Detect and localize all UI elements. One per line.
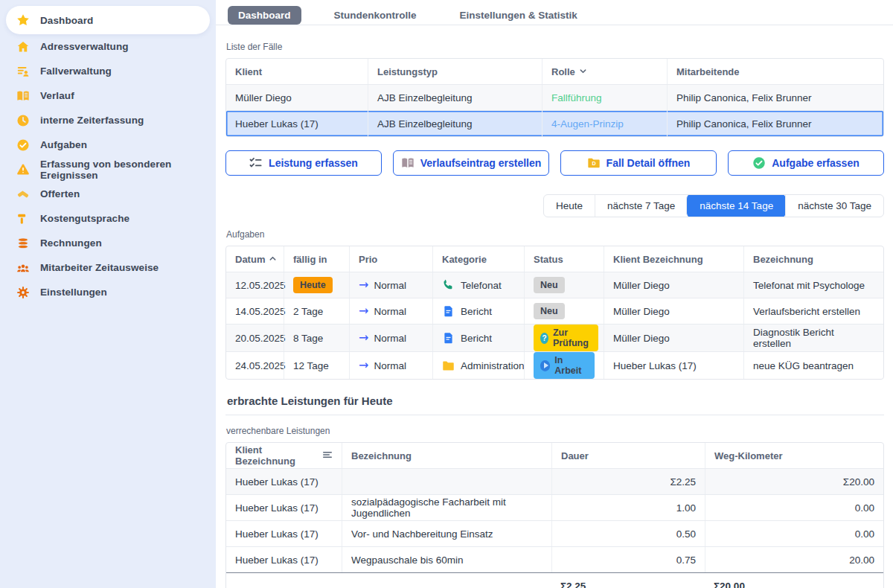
services-totals-row: Σ2.25 Σ20.00: [226, 572, 883, 588]
sidebar-item-dashboard[interactable]: Dashboard: [6, 6, 210, 34]
service-row-summary[interactable]: Hueber Lukas (17) Σ2.25 Σ20.00: [226, 468, 883, 494]
home-icon: [16, 40, 30, 54]
document-icon: [442, 305, 455, 318]
sidebar-item-fallverwaltung[interactable]: Fallverwaltung: [6, 59, 210, 83]
column-header-mitarbeitende: Mitarbeitende: [667, 59, 883, 84]
cases-table: Klient Leistungstyp Rolle Mitarbeitende …: [225, 58, 884, 137]
sidebar-item-interne-zeiterfassung[interactable]: interne Zeiterfassung: [6, 108, 210, 132]
task-bezeichnung: Diagnostik Bericht erstellen: [743, 325, 883, 351]
sidebar-item-offerten[interactable]: Offerten: [6, 182, 210, 206]
segment-naechste-30-tage[interactable]: nächste 30 Tage: [785, 195, 883, 217]
sidebar-item-besondere-ereignisse[interactable]: Erfassung von besonderen Ereignissen: [6, 157, 210, 182]
column-header-klient-bezeichnung[interactable]: Klient Bezeichnung: [226, 443, 342, 468]
segment-naechste-14-tage[interactable]: nächste 14 Tage: [686, 194, 786, 217]
document-icon: [442, 332, 455, 345]
column-header-faellig-in: fällig in: [284, 246, 349, 272]
arrow-right-icon: →: [359, 332, 368, 344]
leistung-erfassen-button[interactable]: Leistung erfassen: [225, 150, 382, 176]
sidebar-item-label: interne Zeiterfassung: [40, 115, 144, 126]
sidebar-item-adressverwaltung[interactable]: Adressverwaltung: [6, 34, 210, 59]
tab-einstellungen-statistik[interactable]: Einstellungen & Statistik: [449, 6, 588, 25]
service-row[interactable]: Hueber Lukas (17) Wegpauschale bis 60min…: [226, 546, 883, 572]
case-row[interactable]: Müller Diego AJB Einzelbegleitung Fallfü…: [226, 84, 883, 110]
status-badge: In Arbeit: [534, 352, 595, 379]
task-kategorie: Bericht: [461, 306, 492, 317]
case-list-icon: [16, 65, 30, 78]
total-weg: Σ20.00: [705, 573, 883, 588]
sidebar-item-label: Aufgaben: [40, 139, 87, 150]
main-content: Dashboard Stundenkontrolle Einstellungen…: [216, 0, 893, 588]
task-row[interactable]: 12.05.2025 Heute →Normal Telefonat Neu M…: [226, 272, 883, 298]
case-klient: Müller Diego: [226, 85, 368, 110]
task-row[interactable]: 20.05.2025 8 Tage →Normal Bericht ?Zur P…: [226, 324, 883, 351]
sidebar-item-label: Einstellungen: [40, 287, 107, 298]
task-faellig: 8 Tage: [284, 325, 349, 351]
task-prio: Normal: [374, 280, 406, 291]
task-row[interactable]: 14.05.2025 2 Tage →Normal Bericht Neu Mü…: [226, 298, 883, 324]
task-prio: Normal: [374, 360, 406, 371]
sidebar-item-label: Rechnungen: [40, 237, 102, 249]
case-mitarbeitende: Philip Canonica, Felix Brunner: [667, 85, 883, 110]
aufgabe-erfassen-button[interactable]: Aufgabe erfassen: [728, 150, 884, 176]
segment-heute[interactable]: Heute: [544, 195, 595, 217]
task-row[interactable]: 24.05.2025 12 Tage →Normal Administratio…: [226, 351, 883, 379]
fall-detail-oeffnen-button[interactable]: D Fall Detail öffnen: [560, 150, 717, 176]
column-header-bezeichnung: Bezeichnung: [743, 246, 883, 272]
service-bezeichnung: Vor- und Nachbereitung Einsatz: [342, 521, 551, 546]
case-klient: Hueber Lukas (17): [226, 111, 368, 136]
column-header-rolle[interactable]: Rolle: [542, 59, 667, 84]
service-dauer: Σ2.25: [551, 469, 705, 494]
services-section-label: verrechenbare Leistungen: [226, 426, 884, 436]
sidebar-item-einstellungen[interactable]: Einstellungen: [6, 280, 210, 304]
task-prio: Normal: [374, 333, 406, 344]
svg-text:D: D: [592, 160, 595, 167]
sidebar-item-rechnungen[interactable]: Rechnungen: [6, 231, 210, 255]
status-badge: Neu: [534, 277, 565, 293]
arrow-right-icon: →: [359, 305, 368, 317]
service-dauer: 1.00: [551, 495, 705, 520]
folder-icon: [442, 359, 455, 372]
tasks-table: Datum fällig in Prio Kategorie Status Kl…: [225, 246, 884, 380]
task-kategorie: Administration: [461, 360, 525, 371]
service-bezeichnung: [342, 469, 551, 494]
sidebar-item-mitarbeiter-zeitausweise[interactable]: Mitarbeiter Zeitausweise: [6, 255, 210, 280]
sidebar-item-label: Kostengutsprache: [40, 213, 129, 224]
column-header-klient-bezeichnung: Klient Bezeichnung: [604, 246, 743, 272]
task-klient: Hueber Lukas (17): [604, 352, 743, 379]
cases-section-label: Liste der Fälle: [226, 42, 884, 52]
arrow-right-icon: →: [359, 279, 368, 291]
question-icon: ?: [540, 333, 548, 344]
service-klient: Hueber Lukas (17): [226, 521, 342, 546]
case-leistungstyp: AJB Einzelbegleitung: [368, 85, 542, 110]
chevron-up-icon: [269, 254, 277, 265]
warning-triangle-icon: [16, 163, 30, 176]
task-kategorie: Telefonat: [461, 280, 502, 291]
service-dauer: 0.75: [551, 547, 705, 572]
sidebar-item-kostengutsprache[interactable]: Kostengutsprache: [6, 206, 210, 231]
service-row[interactable]: Hueber Lukas (17) sozialpädagogische Fac…: [226, 494, 883, 520]
column-header-datum[interactable]: Datum: [226, 246, 284, 272]
segment-naechste-7-tage[interactable]: nächste 7 Tage: [595, 195, 687, 217]
tasks-table-header: Datum fällig in Prio Kategorie Status Kl…: [226, 246, 883, 272]
tab-bar: Dashboard Stundenkontrolle Einstellungen…: [216, 0, 893, 25]
handshake-icon: [16, 188, 30, 201]
sidebar-item-aufgaben[interactable]: Aufgaben: [6, 132, 210, 157]
coins-icon: [16, 237, 30, 250]
tab-stundenkontrolle[interactable]: Stundenkontrolle: [324, 6, 427, 25]
sidebar: Dashboard Adressverwaltung Fallverwaltun…: [0, 0, 216, 588]
service-row[interactable]: Hueber Lukas (17) Vor- und Nachbereitung…: [226, 520, 883, 546]
tab-dashboard[interactable]: Dashboard: [228, 6, 301, 25]
sidebar-item-label: Erfassung von besonderen Ereignissen: [40, 159, 199, 181]
service-bezeichnung: Wegpauschale bis 60min: [342, 547, 551, 572]
task-faellig: 12 Tage: [284, 352, 349, 379]
case-row-selected[interactable]: Hueber Lukas (17) AJB Einzelbegleitung 4…: [226, 110, 883, 136]
task-kategorie: Bericht: [461, 333, 492, 344]
due-badge: Heute: [293, 277, 333, 293]
task-datum: 12.05.2025: [226, 272, 284, 298]
column-header-leistungstyp: Leistungstyp: [368, 59, 542, 84]
filter-icon[interactable]: [322, 450, 333, 462]
sidebar-item-verlauf[interactable]: Verlauf: [6, 83, 210, 108]
verlaufseintrag-erstellen-button[interactable]: Verlaufseintrag erstellen: [393, 150, 549, 176]
chevron-down-icon: [579, 66, 587, 77]
task-datum: 20.05.2025: [226, 325, 284, 351]
